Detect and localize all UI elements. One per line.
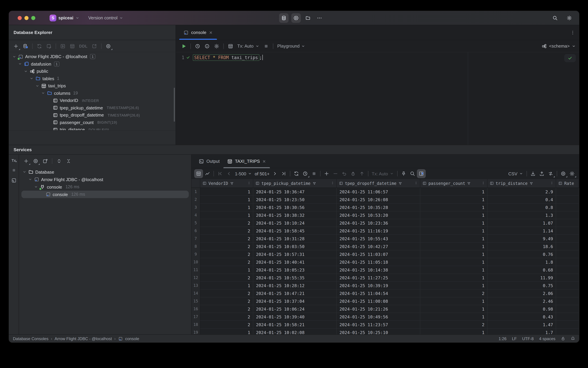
reload-page-button[interactable] — [292, 169, 301, 178]
tree-scrollbar[interactable] — [174, 88, 175, 122]
jump-to-console-button[interactable] — [45, 42, 53, 50]
tree-item-public[interactable]: public — [9, 68, 176, 75]
table-cell[interactable]: 0.8 — [488, 203, 556, 211]
table-cell[interactable] — [556, 203, 579, 211]
table-cell[interactable]: 2024-01-25 10:39:40 — [253, 313, 337, 321]
table-cell[interactable]: 2024-01-25 10:35:28 — [337, 203, 420, 211]
table-cell[interactable]: 2024-01-25 10:26:08 — [337, 196, 420, 203]
history-button[interactable] — [193, 42, 202, 50]
row-number-cell[interactable]: 4 — [191, 211, 200, 219]
table-cell[interactable]: 2 — [200, 305, 253, 313]
table-cell[interactable] — [556, 243, 579, 250]
search-everywhere-button[interactable] — [551, 13, 560, 22]
table-cell[interactable] — [556, 235, 579, 243]
table-cell[interactable]: 2 — [200, 243, 253, 250]
table-cell[interactable]: 2024-01-25 11:06:57 — [337, 188, 420, 196]
table-cell[interactable]: 2024-01-25 11:16:19 — [337, 227, 420, 235]
table-cell[interactable]: 1 — [420, 235, 488, 243]
modify-object-button[interactable] — [68, 42, 77, 50]
table-cell[interactable]: 1.7 — [488, 329, 556, 334]
tab-output[interactable]: Output — [195, 155, 223, 168]
data-source-properties-button[interactable] — [21, 42, 30, 50]
row-number-cell[interactable]: 5 — [191, 219, 200, 227]
tab-console[interactable]: console — [179, 25, 217, 40]
table-cell[interactable]: 1 — [420, 188, 488, 196]
run-button[interactable] — [179, 42, 188, 50]
table-cell[interactable]: 2.9 — [488, 188, 556, 196]
collapse-all-button[interactable] — [64, 157, 73, 166]
table-cell[interactable] — [556, 211, 579, 219]
explain-plan-button[interactable]: p — [203, 42, 212, 50]
table-cell[interactable] — [556, 329, 579, 334]
table-cell[interactable]: 1.14 — [488, 227, 556, 235]
table-cell[interactable]: 2 — [200, 274, 253, 282]
table-cell[interactable]: 1 — [420, 258, 488, 266]
stop-button[interactable] — [262, 42, 270, 50]
submit-button[interactable] — [357, 169, 366, 178]
table-cell[interactable]: 1 — [200, 282, 253, 289]
table-cell[interactable]: 1 — [420, 305, 488, 313]
table-cell[interactable]: 2024-01-25 10:05:23 — [253, 266, 337, 274]
table-cell[interactable] — [556, 227, 579, 235]
table-cell[interactable]: 0.43 — [488, 313, 556, 321]
table-cell[interactable]: 0.76 — [488, 250, 556, 258]
table-cell[interactable]: 11.99 — [488, 274, 556, 282]
table-cell[interactable]: 2024-01-25 10:02:08 — [253, 329, 337, 334]
tool-window-layout-button[interactable] — [11, 178, 17, 183]
browse-data-button[interactable] — [226, 42, 235, 50]
grid-view-button[interactable] — [194, 169, 203, 178]
expand-all-button[interactable] — [55, 157, 63, 166]
tx-mode-dropdown[interactable]: Tx: Auto — [370, 169, 395, 178]
row-number-cell[interactable]: 15 — [191, 297, 200, 305]
row-number-cell[interactable]: 9 — [191, 250, 200, 258]
chart-view-button[interactable] — [203, 169, 212, 178]
tree-item-datafusion[interactable]: datafusion1 — [9, 60, 176, 68]
sort-icon[interactable] — [550, 181, 554, 186]
table-cell[interactable]: 2024-01-25 10:55:43 — [337, 235, 420, 243]
export-button[interactable] — [537, 169, 546, 178]
column-header-tpep_pickup_datetime[interactable]: tpep_pickup_datetime — [253, 179, 337, 188]
table-cell[interactable]: 2024-01-25 10:40:41 — [253, 258, 337, 266]
tab-options-kebab-icon[interactable] — [570, 30, 575, 35]
page-range-dropdown[interactable]: 1-500 — [233, 169, 254, 178]
table-cell[interactable]: 2 — [200, 227, 253, 235]
table-cell[interactable]: 2024-01-25 10:47:21 — [253, 289, 337, 297]
table-cell[interactable]: 2024-01-25 10:14:38 — [337, 266, 420, 274]
table-cell[interactable]: 2 — [200, 289, 253, 297]
table-cell[interactable]: 2024-01-25 10:38:32 — [253, 211, 337, 219]
project-selector[interactable]: S spiceai — [50, 14, 80, 21]
lock-open-icon[interactable] — [561, 336, 565, 341]
row-number-cell[interactable]: 3 — [191, 203, 200, 211]
playground-dropdown[interactable]: Playground — [276, 42, 307, 50]
tree-item-arrow-flight-jdbc-localhost[interactable]: Arrow Flight JDBC - @localhost — [19, 176, 191, 183]
table-cell[interactable]: 1 — [420, 274, 488, 282]
table-cell[interactable]: 1 — [420, 243, 488, 250]
find-button[interactable] — [408, 169, 417, 178]
tree-item-columns[interactable]: columns19 — [9, 90, 176, 97]
view-options-button[interactable] — [31, 157, 40, 166]
table-cell[interactable]: 2024-01-25 10:25:10 — [337, 329, 420, 334]
table-cell[interactable]: 1 — [420, 297, 488, 305]
zoom-window-button[interactable] — [31, 16, 35, 20]
table-cell[interactable]: 2024-01-25 10:37:04 — [253, 297, 337, 305]
table-cell[interactable]: 2 — [200, 219, 253, 227]
table-cell[interactable]: 1 — [200, 211, 253, 219]
caret-position[interactable]: 1:26 — [499, 336, 507, 341]
table-cell[interactable]: 1 — [420, 282, 488, 289]
line-separator[interactable]: LF — [512, 336, 517, 341]
table-cell[interactable] — [556, 282, 579, 289]
row-number-cell[interactable]: 14 — [191, 289, 200, 297]
table-cell[interactable]: 2.46 — [488, 297, 556, 305]
stop-process-button[interactable] — [11, 168, 16, 173]
minimize-window-button[interactable] — [25, 16, 28, 20]
notifications-bell-icon[interactable] — [571, 336, 575, 341]
tree-item-trip-distance[interactable]: trip_distanceDOUBLE(0) — [9, 126, 176, 130]
import-button[interactable] — [529, 169, 537, 178]
table-cell[interactable] — [556, 196, 579, 203]
table-cell[interactable]: 2024-01-25 10:53:20 — [337, 211, 420, 219]
table-cell[interactable]: 1 — [420, 211, 488, 219]
table-cell[interactable]: 1 — [200, 329, 253, 334]
sort-icon[interactable] — [247, 181, 251, 186]
table-cell[interactable]: 1.47 — [488, 321, 556, 329]
table-cell[interactable] — [556, 274, 579, 282]
